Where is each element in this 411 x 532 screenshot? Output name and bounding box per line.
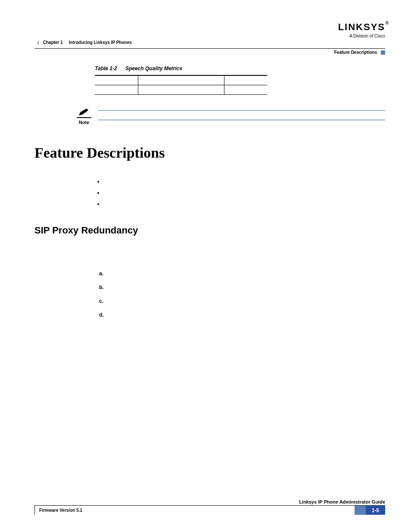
page-header: LINKSYS A Division of Cisco Chapter 1 In… [34,22,385,47]
document-page: LINKSYS A Division of Cisco Chapter 1 In… [0,0,411,532]
list-item [103,190,385,201]
logo-block: LINKSYS A Division of Cisco [338,22,385,38]
chapter-line: Chapter 1 Introducing Linksys IP Phones [34,40,132,45]
note-block: Note [73,108,385,129]
chapter-title: Introducing Linksys IP Phones [69,40,132,45]
list-item-d: d. [99,312,385,326]
pencil-icon [78,108,90,116]
list-item [103,178,385,190]
footer-firmware: Firmware Version 5.1 [34,506,355,515]
bullet-list [103,178,385,212]
footer-guide-title: Linksys IP Phone Administrator Guide [34,499,385,505]
list-item-a: a. [99,271,385,284]
section-marker-icon [381,50,385,55]
note-icon-column: Note [73,108,95,129]
table-caption: Table 1-2 Speech Quality Metrics [95,65,385,72]
table-row [95,85,267,94]
section-label-row: Feature Descriptions [34,48,385,57]
heading-feature-descriptions: Feature Descriptions [34,145,385,161]
table-row [95,75,267,85]
table-number: Table 1-2 [95,65,117,72]
note-label: Note [73,120,95,125]
footer-stripe [355,506,366,515]
heading-sip-proxy-redundancy: SIP Proxy Redundancy [34,225,385,236]
footer-bar: Firmware Version 5.1 1-5 [34,505,385,515]
logo-subtitle: A Division of Cisco [338,34,385,38]
metrics-table [95,75,267,95]
list-item-b: b. [99,284,385,298]
table-block: Table 1-2 Speech Quality Metrics [95,65,385,95]
table-title: Speech Quality Metrics [125,65,182,72]
logo-text: LINKSYS [338,22,385,33]
footer-page-number: 1-5 [366,506,385,515]
section-label: Feature Descriptions [334,50,385,55]
ordered-list: a. b. c. d. [99,271,385,326]
list-item-c: c. [99,298,385,312]
chapter-label: Chapter 1 [43,40,63,45]
page-footer: Linksys IP Phone Administrator Guide Fir… [34,499,385,515]
list-item [103,201,385,212]
note-rule-lines [98,108,385,129]
